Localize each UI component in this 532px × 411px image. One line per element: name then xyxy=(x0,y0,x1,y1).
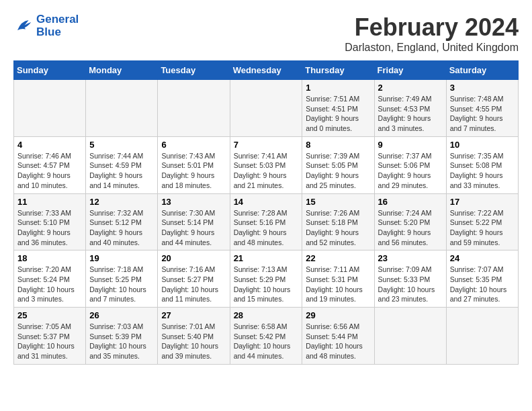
day-number: 1 xyxy=(306,83,370,93)
calendar-body: 1Sunrise: 7:51 AM Sunset: 4:51 PM Daylig… xyxy=(14,80,519,365)
day-info: Sunrise: 7:05 AM Sunset: 5:37 PM Dayligh… xyxy=(17,322,82,361)
calendar-cell: 14Sunrise: 7:28 AM Sunset: 5:16 PM Dayli… xyxy=(230,193,302,250)
weekday-header-thursday: Thursday xyxy=(302,61,374,80)
weekday-header-wednesday: Wednesday xyxy=(230,61,302,80)
calendar-cell: 7Sunrise: 7:41 AM Sunset: 5:03 PM Daylig… xyxy=(230,136,302,193)
weekday-header-monday: Monday xyxy=(86,61,158,80)
day-number: 19 xyxy=(89,253,154,263)
day-number: 3 xyxy=(450,83,515,93)
day-number: 12 xyxy=(89,197,154,207)
calendar-cell: 27Sunrise: 7:01 AM Sunset: 5:40 PM Dayli… xyxy=(158,308,230,365)
calendar-cell: 9Sunrise: 7:37 AM Sunset: 5:06 PM Daylig… xyxy=(374,136,446,193)
day-info: Sunrise: 7:49 AM Sunset: 4:53 PM Dayligh… xyxy=(378,94,443,134)
calendar-table: SundayMondayTuesdayWednesdayThursdayFrid… xyxy=(13,60,519,365)
day-info: Sunrise: 7:37 AM Sunset: 5:06 PM Dayligh… xyxy=(378,151,443,191)
day-info: Sunrise: 7:41 AM Sunset: 5:03 PM Dayligh… xyxy=(234,151,299,191)
calendar-cell: 28Sunrise: 6:58 AM Sunset: 5:42 PM Dayli… xyxy=(230,308,302,365)
day-number: 10 xyxy=(450,140,515,150)
day-info: Sunrise: 7:35 AM Sunset: 5:08 PM Dayligh… xyxy=(450,151,515,191)
day-info: Sunrise: 6:56 AM Sunset: 5:44 PM Dayligh… xyxy=(306,322,370,361)
calendar-cell: 25Sunrise: 7:05 AM Sunset: 5:37 PM Dayli… xyxy=(14,308,86,365)
calendar-cell: 12Sunrise: 7:32 AM Sunset: 5:12 PM Dayli… xyxy=(86,193,158,250)
day-number: 14 xyxy=(234,197,299,207)
day-info: Sunrise: 7:33 AM Sunset: 5:10 PM Dayligh… xyxy=(17,208,82,248)
day-number: 24 xyxy=(450,253,515,263)
day-info: Sunrise: 7:11 AM Sunset: 5:31 PM Dayligh… xyxy=(306,265,370,304)
calendar-week-4: 18Sunrise: 7:20 AM Sunset: 5:24 PM Dayli… xyxy=(14,250,519,308)
day-number: 21 xyxy=(234,253,299,263)
calendar-cell: 20Sunrise: 7:16 AM Sunset: 5:27 PM Dayli… xyxy=(158,250,230,308)
calendar-cell xyxy=(230,80,302,137)
day-number: 22 xyxy=(306,253,370,263)
calendar-cell: 23Sunrise: 7:09 AM Sunset: 5:33 PM Dayli… xyxy=(374,250,446,308)
day-info: Sunrise: 7:24 AM Sunset: 5:20 PM Dayligh… xyxy=(378,208,443,248)
day-number: 23 xyxy=(378,253,443,263)
calendar-cell: 4Sunrise: 7:46 AM Sunset: 4:57 PM Daylig… xyxy=(14,136,86,193)
calendar-cell: 6Sunrise: 7:43 AM Sunset: 5:01 PM Daylig… xyxy=(158,136,230,193)
calendar-cell: 2Sunrise: 7:49 AM Sunset: 4:53 PM Daylig… xyxy=(374,80,446,137)
day-number: 29 xyxy=(306,310,370,320)
day-info: Sunrise: 7:01 AM Sunset: 5:40 PM Dayligh… xyxy=(161,322,226,361)
day-number: 25 xyxy=(17,310,82,320)
day-info: Sunrise: 7:09 AM Sunset: 5:33 PM Dayligh… xyxy=(378,265,443,304)
calendar-cell xyxy=(86,80,158,137)
calendar-cell xyxy=(14,80,86,137)
day-info: Sunrise: 7:44 AM Sunset: 4:59 PM Dayligh… xyxy=(89,151,154,191)
day-number: 28 xyxy=(234,310,299,320)
calendar-cell: 3Sunrise: 7:48 AM Sunset: 4:55 PM Daylig… xyxy=(446,80,518,137)
day-info: Sunrise: 7:43 AM Sunset: 5:01 PM Dayligh… xyxy=(161,151,226,191)
day-number: 17 xyxy=(450,197,515,207)
day-number: 2 xyxy=(378,83,443,93)
calendar-cell: 29Sunrise: 6:56 AM Sunset: 5:44 PM Dayli… xyxy=(302,308,374,365)
day-info: Sunrise: 7:48 AM Sunset: 4:55 PM Dayligh… xyxy=(450,94,515,134)
day-info: Sunrise: 7:39 AM Sunset: 5:05 PM Dayligh… xyxy=(306,151,370,191)
logo: General Blue xyxy=(13,13,79,38)
calendar-cell xyxy=(446,308,518,365)
calendar-cell: 24Sunrise: 7:07 AM Sunset: 5:35 PM Dayli… xyxy=(446,250,518,308)
day-info: Sunrise: 7:20 AM Sunset: 5:24 PM Dayligh… xyxy=(17,265,82,304)
day-info: Sunrise: 7:07 AM Sunset: 5:35 PM Dayligh… xyxy=(450,265,515,304)
calendar-cell: 19Sunrise: 7:18 AM Sunset: 5:25 PM Dayli… xyxy=(86,250,158,308)
calendar-cell xyxy=(158,80,230,137)
day-number: 15 xyxy=(306,197,370,207)
calendar-week-1: 1Sunrise: 7:51 AM Sunset: 4:51 PM Daylig… xyxy=(14,80,519,137)
month-title: February 2024 xyxy=(345,13,519,42)
weekday-header-row: SundayMondayTuesdayWednesdayThursdayFrid… xyxy=(14,61,519,80)
day-info: Sunrise: 7:18 AM Sunset: 5:25 PM Dayligh… xyxy=(89,265,154,304)
calendar-cell: 1Sunrise: 7:51 AM Sunset: 4:51 PM Daylig… xyxy=(302,80,374,137)
calendar-week-2: 4Sunrise: 7:46 AM Sunset: 4:57 PM Daylig… xyxy=(14,136,519,193)
day-number: 5 xyxy=(89,140,154,150)
calendar-week-3: 11Sunrise: 7:33 AM Sunset: 5:10 PM Dayli… xyxy=(14,193,519,250)
calendar-cell: 10Sunrise: 7:35 AM Sunset: 5:08 PM Dayli… xyxy=(446,136,518,193)
calendar-cell xyxy=(374,308,446,365)
day-number: 4 xyxy=(17,140,82,150)
day-number: 7 xyxy=(234,140,299,150)
weekday-header-saturday: Saturday xyxy=(446,61,518,80)
page-header: General Blue February 2024 Darlaston, En… xyxy=(13,13,519,54)
day-number: 26 xyxy=(89,310,154,320)
calendar-cell: 21Sunrise: 7:13 AM Sunset: 5:29 PM Dayli… xyxy=(230,250,302,308)
day-info: Sunrise: 7:26 AM Sunset: 5:18 PM Dayligh… xyxy=(306,208,370,248)
title-block: February 2024 Darlaston, England, United… xyxy=(345,13,519,54)
day-number: 18 xyxy=(17,253,82,263)
day-number: 11 xyxy=(17,197,82,207)
calendar-cell: 16Sunrise: 7:24 AM Sunset: 5:20 PM Dayli… xyxy=(374,193,446,250)
day-info: Sunrise: 7:32 AM Sunset: 5:12 PM Dayligh… xyxy=(89,208,154,248)
calendar-cell: 13Sunrise: 7:30 AM Sunset: 5:14 PM Dayli… xyxy=(158,193,230,250)
day-number: 16 xyxy=(378,197,443,207)
calendar-cell: 18Sunrise: 7:20 AM Sunset: 5:24 PM Dayli… xyxy=(14,250,86,308)
logo-text: General Blue xyxy=(36,13,79,38)
day-info: Sunrise: 7:51 AM Sunset: 4:51 PM Dayligh… xyxy=(306,94,370,134)
weekday-header-tuesday: Tuesday xyxy=(158,61,230,80)
day-number: 20 xyxy=(161,253,226,263)
day-info: Sunrise: 7:46 AM Sunset: 4:57 PM Dayligh… xyxy=(17,151,82,191)
day-number: 8 xyxy=(306,140,370,150)
calendar-cell: 22Sunrise: 7:11 AM Sunset: 5:31 PM Dayli… xyxy=(302,250,374,308)
day-info: Sunrise: 7:13 AM Sunset: 5:29 PM Dayligh… xyxy=(234,265,299,304)
day-info: Sunrise: 7:22 AM Sunset: 5:22 PM Dayligh… xyxy=(450,208,515,248)
calendar-cell: 8Sunrise: 7:39 AM Sunset: 5:05 PM Daylig… xyxy=(302,136,374,193)
calendar-week-5: 25Sunrise: 7:05 AM Sunset: 5:37 PM Dayli… xyxy=(14,308,519,365)
day-number: 27 xyxy=(161,310,226,320)
weekday-header-sunday: Sunday xyxy=(14,61,86,80)
calendar-cell: 5Sunrise: 7:44 AM Sunset: 4:59 PM Daylig… xyxy=(86,136,158,193)
